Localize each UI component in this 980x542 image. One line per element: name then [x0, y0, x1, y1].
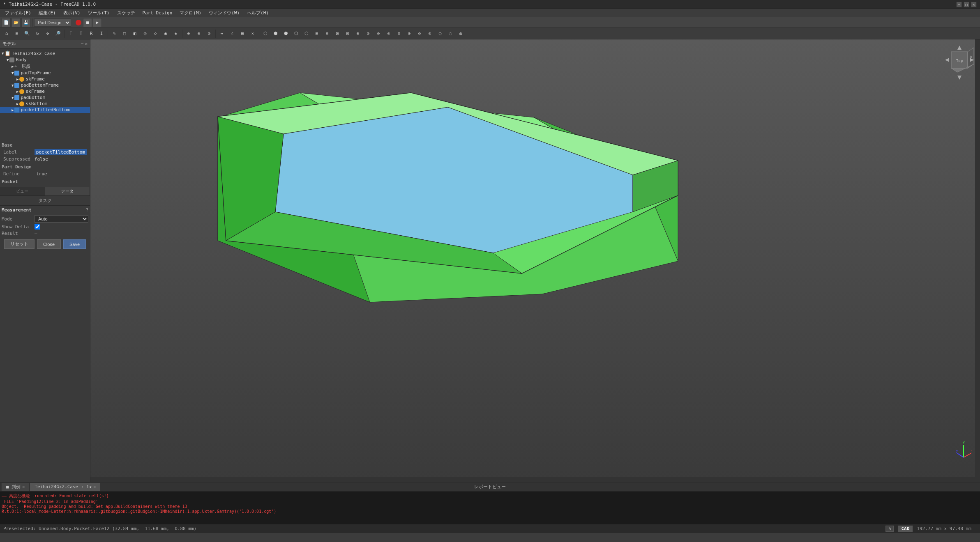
close-button-panel[interactable]: Close [37, 239, 61, 249]
tree-item-pockettiltedbottom[interactable]: ▶ pocketTiltedBottom [0, 107, 90, 113]
tree-arrow-padbottom[interactable]: ▼ [12, 96, 14, 100]
tool-extra-3[interactable]: ⬟ [281, 29, 291, 39]
minimize-button[interactable]: ─ [956, 2, 962, 7]
draft-button[interactable]: ◈ [171, 29, 181, 39]
menu-tools[interactable]: ツール(T) [85, 9, 113, 17]
tool-extra-11[interactable]: ⊗ [363, 29, 373, 39]
view-pan-button[interactable]: ✥ [43, 29, 53, 39]
close-button[interactable]: ✕ [971, 2, 977, 7]
maximize-button[interactable]: □ [964, 2, 969, 7]
tool-extra-13[interactable]: ⊙ [384, 29, 394, 39]
tree-item-skframe1[interactable]: ▶ skFrame [0, 76, 90, 82]
tree-arrow-padbottomframe[interactable]: ▼ [12, 83, 14, 87]
sketch-button[interactable]: ✎ [109, 29, 119, 39]
tool-extra-19[interactable]: ◌ [445, 29, 455, 39]
measure-angular-button[interactable]: ∠ [227, 29, 237, 39]
tree-item-teihai[interactable]: ▼ 📋 Teihai24Gx2-Case [0, 50, 90, 57]
view-zoom-fit-button[interactable]: ⊞ [12, 29, 22, 39]
measurement-help-icon[interactable]: ? [85, 207, 88, 213]
menu-sketch[interactable]: スケッチ [114, 9, 138, 17]
tree-item-origin[interactable]: ▶ ✛ 原点 [0, 63, 90, 70]
tree-item-padbottomframe[interactable]: ▼ padBottomFrame [0, 82, 90, 88]
viewport[interactable]: Top R X Y Z [90, 39, 980, 482]
tool-extra-5[interactable]: ⬡ [302, 29, 311, 39]
fillet-button[interactable]: ◉ [161, 29, 171, 39]
tree-arrow-skframe2[interactable]: ▶ [16, 90, 18, 94]
pad-button[interactable]: □ [120, 29, 129, 39]
tree-item-skframe2[interactable]: ▶ skFrame [0, 88, 90, 94]
measure-all-button[interactable]: ⊞ [238, 29, 247, 39]
view-front-button[interactable]: F [66, 29, 76, 39]
menu-partdesign[interactable]: Part Design [139, 9, 176, 16]
tree-close-icon[interactable]: ✕ [85, 41, 88, 46]
tool-extra-6[interactable]: ⊞ [312, 29, 322, 39]
tool-extra-18[interactable]: ○ [435, 29, 445, 39]
tree-arrow-padtopframe[interactable]: ▼ [12, 71, 14, 75]
bool-union-button[interactable]: ⊕ [184, 29, 194, 39]
bool-cut-button[interactable]: ⊖ [194, 29, 204, 39]
save-button-panel[interactable]: Save [63, 239, 86, 249]
view-zoom-in-button[interactable]: 🔍 [22, 29, 32, 39]
view-rotate-button[interactable]: ↻ [32, 29, 42, 39]
view-right-button[interactable]: R [86, 29, 96, 39]
tool-extra-8[interactable]: ⊠ [332, 29, 342, 39]
tool-extra-15[interactable]: ⊛ [404, 29, 414, 39]
tool-extra-10[interactable]: ⊕ [353, 29, 363, 39]
view-top-button[interactable]: T [76, 29, 86, 39]
play-button[interactable]: ▶ [93, 18, 102, 27]
tree-item-padtopframe[interactable]: ▼ padTopFrame [0, 70, 90, 76]
tool-extra-4[interactable]: ⬠ [291, 29, 301, 39]
vertical-scrollbar[interactable] [975, 39, 980, 482]
view-iso-button[interactable]: I [97, 29, 106, 39]
tool-extra-16[interactable]: ⊜ [415, 29, 424, 39]
nav-cube[interactable]: Top R [943, 44, 976, 76]
bool-intersect-button[interactable]: ⊗ [204, 29, 214, 39]
tab-teihai-close[interactable]: ✕ [93, 485, 96, 489]
tool-extra-7[interactable]: ⊟ [322, 29, 332, 39]
horizontal-scrollbar[interactable] [90, 477, 980, 482]
menu-view[interactable]: 表示(V) [60, 9, 84, 17]
tool-extra-17[interactable]: ⊝ [425, 29, 435, 39]
view-zoom-out-button[interactable]: 🔎 [53, 29, 63, 39]
tab-view[interactable]: ビュー [0, 187, 45, 195]
menu-help[interactable]: ヘルプ(H) [244, 9, 272, 17]
open-button[interactable]: 📂 [12, 18, 21, 27]
tree-arrow-skbottom[interactable]: ▶ [16, 102, 18, 106]
tab-teihai[interactable]: Teihai24Gx2-Case : 1★ ✕ [30, 483, 100, 491]
pocket-button[interactable]: ◧ [130, 29, 140, 39]
tree-arrow-origin[interactable]: ▶ [12, 64, 14, 69]
show-delta-checkbox[interactable] [35, 224, 40, 230]
tree-arrow-skframe1[interactable]: ▶ [16, 77, 18, 81]
stop-button[interactable]: ■ [83, 18, 92, 27]
view-home-button[interactable]: ⌂ [2, 29, 12, 39]
tab-main[interactable]: ■ 判例 ✕ [2, 483, 29, 491]
tab-main-close[interactable]: ✕ [22, 485, 25, 489]
tree-arrow-pocket[interactable]: ▶ [12, 108, 14, 112]
measure-clear-button[interactable]: ✕ [248, 29, 258, 39]
save-button[interactable]: 💾 [21, 18, 30, 27]
menu-macro[interactable]: マクロ(M) [176, 9, 205, 17]
tool-extra-20[interactable]: ◍ [456, 29, 466, 39]
new-file-button[interactable]: 📄 [2, 18, 11, 27]
menu-file[interactable]: ファイル(F) [2, 9, 35, 17]
mode-selector[interactable]: Auto [35, 215, 88, 223]
tree-minimize-icon[interactable]: ─ [81, 41, 83, 46]
tool-extra-1[interactable]: ⬡ [261, 29, 270, 39]
tree-item-padbottom[interactable]: ▼ padBottom [0, 94, 90, 101]
tree-item-skbottom[interactable]: ▶ skBottom [0, 101, 90, 107]
menu-window[interactable]: ウィンドウ(W) [205, 9, 243, 17]
tree-arrow-teihai[interactable]: ▼ [2, 51, 4, 55]
tree-arrow-body[interactable]: ▼ [7, 58, 9, 62]
tool-extra-14[interactable]: ⊚ [394, 29, 404, 39]
tree-item-body[interactable]: ▼ Body [0, 57, 90, 63]
reset-button[interactable]: リセット [4, 239, 35, 249]
menu-edit[interactable]: 編集(E) [35, 9, 59, 17]
chamfer-button[interactable]: ◇ [150, 29, 160, 39]
tab-data[interactable]: データ [45, 187, 90, 195]
tool-extra-2[interactable]: ⬢ [271, 29, 281, 39]
measure-linear-button[interactable]: ↔ [217, 29, 227, 39]
revolve-button[interactable]: ◎ [140, 29, 150, 39]
workbench-selector[interactable]: Part Design [34, 18, 71, 27]
tool-extra-9[interactable]: ⊡ [343, 29, 353, 39]
tool-extra-12[interactable]: ⊘ [374, 29, 383, 39]
